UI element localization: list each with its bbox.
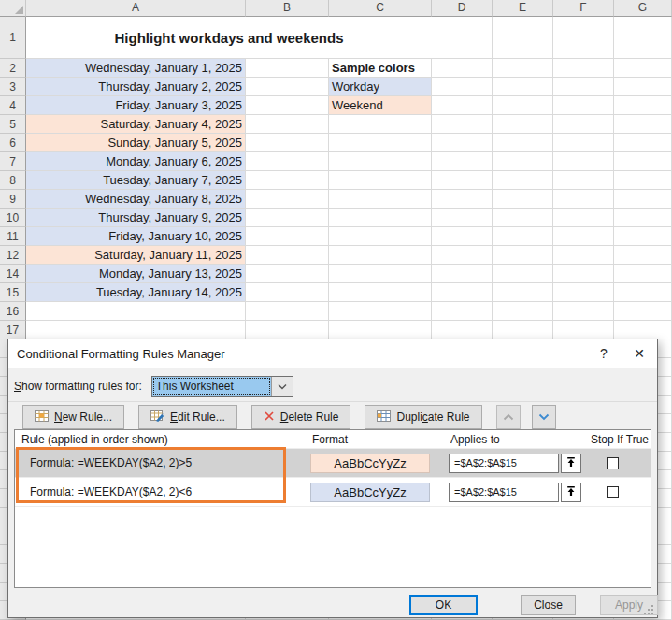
cell[interactable] xyxy=(432,321,493,339)
column-header-G[interactable]: G xyxy=(614,0,672,17)
cell-C3[interactable]: Workday xyxy=(329,78,432,96)
cell-A9[interactable]: Wednesday, January 8, 2025 xyxy=(26,190,246,209)
cell-A14[interactable]: Monday, January 13, 2025 xyxy=(26,265,246,283)
cell[interactable] xyxy=(493,190,553,209)
cell[interactable] xyxy=(493,134,553,152)
cell-C4[interactable]: Weekend xyxy=(329,96,432,115)
rule-row-1[interactable]: Formula: =WEEKDAY($A2, 2)>5AaBbCcYyZz=$A… xyxy=(15,449,651,478)
row-header-2[interactable]: 2 xyxy=(0,59,26,78)
cell[interactable] xyxy=(493,78,553,96)
cell[interactable] xyxy=(493,265,553,283)
cell[interactable] xyxy=(614,59,672,78)
ok-button[interactable]: OK xyxy=(409,595,478,615)
cell-C15[interactable] xyxy=(329,283,432,302)
row-header-12[interactable]: 12 xyxy=(0,246,26,265)
cell-A8[interactable]: Tuesday, January 7, 2025 xyxy=(26,171,246,190)
cell-B11[interactable] xyxy=(246,227,329,246)
row-header-8[interactable]: 8 xyxy=(0,171,26,190)
cell[interactable] xyxy=(553,59,614,78)
cell-B15[interactable] xyxy=(246,283,329,302)
cell[interactable] xyxy=(493,283,553,302)
cell-B6[interactable] xyxy=(246,134,329,152)
cell[interactable] xyxy=(493,171,553,190)
cell-A3[interactable]: Thursday, January 2, 2025 xyxy=(26,78,246,96)
cell[interactable] xyxy=(432,17,493,59)
duplicate-rule-button[interactable]: Duplicate Rule xyxy=(365,405,481,429)
close-icon[interactable]: ✕ xyxy=(622,346,657,361)
select-all-corner[interactable] xyxy=(0,0,26,17)
cell-B17[interactable] xyxy=(246,321,329,339)
cell[interactable] xyxy=(614,134,672,152)
cell[interactable] xyxy=(493,302,553,321)
sheet-title-cell[interactable]: Highlight workdays and weekends xyxy=(26,17,432,59)
cell[interactable] xyxy=(553,246,614,265)
cell[interactable] xyxy=(432,209,493,227)
cell-A5[interactable]: Saturday, January 4, 2025 xyxy=(26,115,246,134)
cell[interactable] xyxy=(553,96,614,115)
cell[interactable] xyxy=(614,96,672,115)
cell-A17[interactable] xyxy=(26,321,246,339)
cell-A2[interactable]: Wednesday, January 1, 2025 xyxy=(26,59,246,78)
cell[interactable] xyxy=(614,209,672,227)
row-header-6[interactable]: 6 xyxy=(0,134,26,152)
cell[interactable] xyxy=(553,152,614,171)
cell[interactable] xyxy=(553,78,614,96)
move-rule-down-button[interactable] xyxy=(532,405,556,429)
column-header-D[interactable]: D xyxy=(432,0,493,17)
cell[interactable] xyxy=(432,246,493,265)
cell-B7[interactable] xyxy=(246,152,329,171)
cell[interactable] xyxy=(553,190,614,209)
cell[interactable] xyxy=(432,302,493,321)
cell[interactable] xyxy=(432,265,493,283)
cell-B12[interactable] xyxy=(246,246,329,265)
cell-A11[interactable]: Friday, January 10, 2025 xyxy=(26,227,246,246)
cell[interactable] xyxy=(553,17,614,59)
delete-rule-button[interactable]: Delete Rule xyxy=(251,405,351,429)
cell[interactable] xyxy=(493,227,553,246)
cell[interactable] xyxy=(553,209,614,227)
close-button[interactable]: Close xyxy=(521,595,576,615)
cell[interactable] xyxy=(493,246,553,265)
applies-to-input[interactable]: =$A$2:$A$15 xyxy=(449,454,559,473)
cell-C6[interactable] xyxy=(329,134,432,152)
cell[interactable] xyxy=(493,115,553,134)
cell[interactable] xyxy=(614,246,672,265)
cell[interactable] xyxy=(553,115,614,134)
row-header-14[interactable]: 14 xyxy=(0,265,26,283)
cell-A10[interactable]: Thursday, January 9, 2025 xyxy=(26,209,246,227)
cell[interactable] xyxy=(493,96,553,115)
cell[interactable] xyxy=(432,96,493,115)
scope-combobox[interactable]: This Worksheet xyxy=(151,376,293,397)
cell[interactable] xyxy=(614,17,672,59)
cell[interactable] xyxy=(614,321,672,339)
dialog-titlebar[interactable]: Conditional Formatting Rules Manager ? ✕ xyxy=(8,339,657,368)
cell[interactable] xyxy=(493,17,553,59)
cell-B10[interactable] xyxy=(246,209,329,227)
stop-if-true-checkbox[interactable] xyxy=(607,457,619,469)
cell[interactable] xyxy=(614,115,672,134)
column-header-F[interactable]: F xyxy=(553,0,614,17)
cell-C7[interactable] xyxy=(329,152,432,171)
cell[interactable] xyxy=(493,152,553,171)
cell-C2[interactable]: Sample colors xyxy=(329,59,432,78)
cell[interactable] xyxy=(432,190,493,209)
cell[interactable] xyxy=(432,115,493,134)
cell-C10[interactable] xyxy=(329,209,432,227)
row-header-11[interactable]: 11 xyxy=(0,227,26,246)
rule-row-2[interactable]: Formula: =WEEKDAY($A2, 2)<6AaBbCcYyZz=$A… xyxy=(15,478,651,507)
cell-A4[interactable]: Friday, January 3, 2025 xyxy=(26,96,246,115)
collapse-dialog-button[interactable] xyxy=(561,454,581,473)
cell-B14[interactable] xyxy=(246,265,329,283)
cell[interactable] xyxy=(432,171,493,190)
cell[interactable] xyxy=(614,265,672,283)
stop-if-true-checkbox[interactable] xyxy=(607,486,619,498)
row-header-17[interactable]: 17 xyxy=(0,321,26,339)
cell-A12[interactable]: Saturday, January 11, 2025 xyxy=(26,246,246,265)
row-header-7[interactable]: 7 xyxy=(0,152,26,171)
cell-C16[interactable] xyxy=(329,302,432,321)
cell[interactable] xyxy=(614,283,672,302)
move-rule-up-button[interactable] xyxy=(496,405,521,429)
cell-B9[interactable] xyxy=(246,190,329,209)
cell-B8[interactable] xyxy=(246,171,329,190)
cell[interactable] xyxy=(614,171,672,190)
